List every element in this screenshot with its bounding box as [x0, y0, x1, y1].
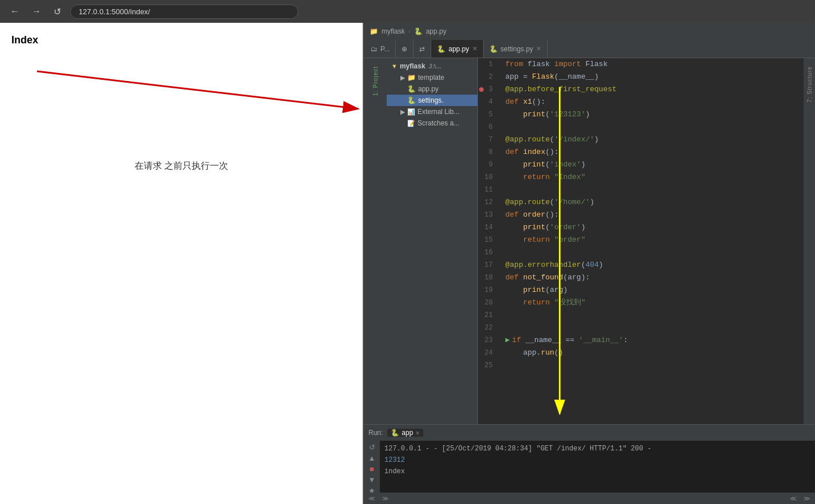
breadcrumb-sep: ›: [408, 27, 411, 35]
code-editor[interactable]: 1 2 3 4 5 6 7 8 9 10 11 12 1: [478, 58, 804, 424]
tab-settingspy[interactable]: 🐍 settings.py ✕: [484, 40, 548, 58]
tab-settingspy-label: settings.py: [501, 45, 533, 53]
refresh-button[interactable]: ↺: [50, 4, 64, 19]
ln-6: 6: [478, 121, 496, 133]
code-line-9: print ( 'index' ): [505, 158, 804, 171]
tree-scratches-label: Scratches a...: [417, 119, 459, 127]
tree-root-icon: ▼: [391, 63, 398, 70]
code-line-6: [505, 121, 804, 133]
code-line-24: app. run (): [505, 347, 804, 359]
tree-scratches-icon: 📝: [407, 120, 415, 127]
tree-item-external[interactable]: ▶ 📊 External Lib...: [387, 106, 477, 117]
run-arrow-23: ▶: [505, 334, 510, 347]
tree-item-settingspy[interactable]: 🐍 settings.: [387, 95, 477, 106]
ln-14: 14: [478, 221, 496, 234]
code-line-10: return "Index": [505, 171, 804, 184]
ln-15: 15: [478, 234, 496, 246]
run-output-text: 127.0.0.1 - - [25/Oct/2019 04:28:34] "GE…: [380, 441, 815, 493]
code-line-11: [505, 184, 804, 196]
ln-12: 12: [478, 196, 496, 209]
tree-apppy-icon: 🐍: [407, 85, 416, 93]
tab-apppy[interactable]: 🐍 app.py ✕: [431, 40, 483, 58]
run-tab-app[interactable]: 🐍 app ✕: [387, 429, 423, 437]
code-line-15: return "order": [505, 234, 804, 246]
tree-root-label: myflask: [400, 62, 425, 70]
tree-templates-expand: ▶: [400, 74, 405, 82]
breakpoint-3: [479, 87, 484, 92]
forward-button[interactable]: →: [29, 4, 44, 19]
project-sidebar-label[interactable]: 1: Project: [372, 63, 379, 99]
run-panel: Run: 🐍 app ✕ ↺ ▲ ■ ▼ ★ 127.0.0.1 - - [25…: [364, 424, 815, 504]
tree-item-scratches[interactable]: 📝 Scratches a...: [387, 117, 477, 129]
run-restart-button[interactable]: ↺: [366, 443, 378, 452]
ln-21: 21: [478, 309, 496, 322]
code-line-1: from flask import Flask: [505, 58, 804, 71]
tree-settings-icon: 🐍: [407, 96, 416, 104]
ide-tabs: 🗂 P... ⊕ ⇄ 🐍 app.py ✕ 🐍 settings.py ✕: [364, 40, 815, 58]
structure-strip: 7: Structure: [804, 58, 815, 424]
bottom-strip-left2[interactable]: ≫: [380, 495, 391, 502]
ln-3: 3: [478, 83, 496, 96]
tab-settingspy-close[interactable]: ✕: [536, 45, 541, 52]
tree-root[interactable]: ▼ myflask J:\...: [387, 60, 477, 72]
page-body: 在请求 之前只执行一次: [11, 160, 351, 172]
code-line-4: def x1 ():: [505, 96, 804, 108]
tree-external-lib-icon: 📊: [407, 108, 415, 116]
ln-8: 8: [478, 146, 496, 158]
run-tab-close[interactable]: ✕: [415, 430, 420, 436]
code-line-14: print ( 'order' ): [505, 221, 804, 234]
tree-item-templates[interactable]: ▶ 📁 template: [387, 72, 477, 83]
code-line-20: return "没找到": [505, 296, 804, 309]
back-button[interactable]: ←: [7, 4, 23, 19]
tab-earth[interactable]: ⊕: [396, 40, 413, 58]
code-line-23: ▶ if __name__ == '__main__' :: [505, 334, 804, 347]
bottom-strip-left1[interactable]: ≪: [366, 495, 378, 502]
bottom-strip: ≪ ≫ ≪ ≫: [364, 493, 815, 504]
apppy-file-icon: 🐍: [437, 45, 445, 53]
ln-9: 9: [478, 158, 496, 171]
tab-project-panel[interactable]: 🗂 P...: [365, 40, 396, 58]
bottom-strip-right1[interactable]: ≪: [788, 495, 799, 502]
ln-17: 17: [478, 259, 496, 271]
code-line-21: [505, 309, 804, 322]
breadcrumb-file-name: app.py: [426, 27, 447, 35]
ln-25: 25: [478, 359, 496, 372]
tab-project-label: P...: [380, 45, 390, 53]
ln-10: 10: [478, 171, 496, 184]
page-title: Index: [11, 34, 351, 46]
ln-13: 13: [478, 209, 496, 221]
code-line-22: [505, 322, 804, 334]
code-line-8: def index ():: [505, 146, 804, 158]
address-bar[interactable]: [70, 5, 298, 19]
tree-root-suffix: J:\...: [429, 63, 441, 70]
ln-23: 23: [478, 334, 496, 347]
page-content: Index 在请求 之前只执行一次: [0, 23, 363, 184]
main-container: Index 在请求 之前只执行一次 📁 myflask › 🐍 app.py: [0, 23, 815, 504]
tab-split[interactable]: ⇄: [413, 40, 431, 58]
ln-11: 11: [478, 184, 496, 196]
run-stop-button[interactable]: ■: [366, 465, 378, 473]
earth-icon: ⊕: [402, 45, 407, 53]
project-panel-icon: 🗂: [371, 45, 378, 53]
ide-main: 1: Project ▼ myflask J:\... ▶ 📁 template: [364, 58, 815, 424]
ln-20: 20: [478, 296, 496, 309]
ln-18: 18: [478, 271, 496, 284]
ln-4: 4: [478, 96, 496, 108]
kw-from: from: [505, 58, 523, 71]
ln-16: 16: [478, 246, 496, 259]
tree-templates-label: template: [418, 74, 444, 82]
tree-apppy-label: app.py: [418, 85, 439, 93]
ide-sidebar-strip: 1: Project: [364, 58, 387, 424]
structure-label[interactable]: 7: Structure: [806, 63, 813, 106]
file-tree: ▼ myflask J:\... ▶ 📁 template 🐍 app.py: [387, 58, 478, 424]
ide-container: 📁 myflask › 🐍 app.py 🗂 P... ⊕ ⇄ 🐍 app.py…: [364, 23, 815, 504]
tab-apppy-close[interactable]: ✕: [472, 45, 477, 52]
run-scroll-down-button[interactable]: ▼: [366, 475, 378, 484]
run-star-button[interactable]: ★: [366, 486, 378, 493]
bottom-strip-right2[interactable]: ≫: [801, 495, 813, 502]
run-scroll-up-button[interactable]: ▲: [366, 454, 378, 462]
code-line-2: app = Flask ( __name__ ): [505, 71, 804, 83]
ln-22: 22: [478, 322, 496, 334]
tree-item-apppy[interactable]: 🐍 app.py: [387, 83, 477, 95]
code-lines: 1 2 3 4 5 6 7 8 9 10 11 12 1: [478, 58, 804, 372]
